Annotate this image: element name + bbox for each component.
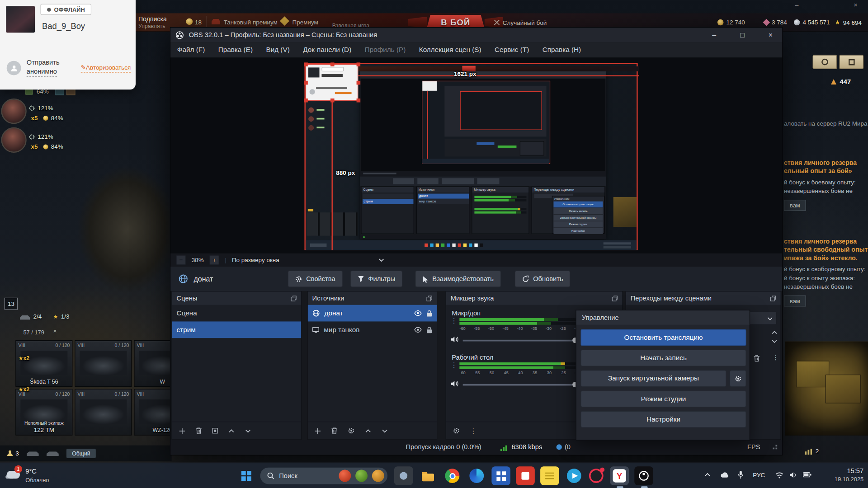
source-properties-gear-icon[interactable] bbox=[348, 427, 355, 434]
obs-maximize-button[interactable]: □ bbox=[731, 28, 754, 42]
subscription-label[interactable]: Подписка bbox=[138, 15, 167, 22]
tray-chevron-icon[interactable] bbox=[704, 473, 711, 477]
notification-item[interactable]: ствия личного резерва тельный свободный … bbox=[784, 237, 868, 306]
notification-button[interactable]: вам bbox=[784, 296, 806, 306]
weather-widget[interactable]: 1 9°C Облачно bbox=[3, 464, 75, 487]
filters-button[interactable]: Фильтры bbox=[350, 271, 402, 287]
battle-mode-label[interactable]: Случайный бой bbox=[503, 19, 547, 26]
session-stats-icon[interactable] bbox=[804, 448, 812, 455]
selection-handle[interactable] bbox=[304, 81, 308, 85]
currency-credits[interactable]: 4 545 571 bbox=[794, 19, 830, 26]
garage-panel-button-2[interactable] bbox=[839, 55, 863, 69]
move-scene-down-icon[interactable] bbox=[245, 428, 251, 433]
selection-handle[interactable] bbox=[357, 99, 361, 103]
search-highlight-icon[interactable] bbox=[339, 470, 351, 482]
duration-spin-up-icon[interactable] bbox=[771, 330, 778, 335]
yandex-browser-icon[interactable]: Y bbox=[610, 466, 629, 485]
start-button[interactable] bbox=[237, 466, 256, 485]
zoom-fit-caret-icon[interactable] bbox=[379, 258, 384, 262]
authorize-link[interactable]: ✎Авторизоваться bbox=[81, 64, 131, 72]
currency-free-xp[interactable]: ★ 94 694 bbox=[835, 19, 862, 26]
menu-docks[interactable]: Док-панели (D) bbox=[303, 46, 351, 54]
menu-edit[interactable]: Правка (E) bbox=[218, 46, 253, 54]
filter-a-count[interactable]: 2/4 bbox=[33, 313, 42, 320]
move-source-up-icon[interactable] bbox=[365, 428, 372, 433]
zoom-out-button[interactable]: − bbox=[176, 255, 186, 265]
scene-item-selected[interactable]: стрим bbox=[172, 321, 301, 338]
volume-slider[interactable] bbox=[463, 384, 576, 386]
menu-help[interactable]: Справка (H) bbox=[542, 46, 581, 54]
notification-item[interactable]: ствия личного резерва ельный опыт за бой… bbox=[784, 159, 857, 211]
remove-source-icon[interactable] bbox=[331, 427, 338, 434]
onedrive-cloud-icon[interactable] bbox=[720, 471, 730, 478]
filter-b-count[interactable]: 1/3 bbox=[61, 313, 70, 320]
battery-icon[interactable] bbox=[803, 472, 812, 478]
visibility-eye-icon[interactable] bbox=[414, 310, 422, 316]
remove-scene-icon[interactable] bbox=[195, 427, 202, 434]
selection-handle[interactable] bbox=[330, 62, 335, 66]
selection-handle[interactable] bbox=[304, 62, 308, 66]
tank-filter-icon[interactable] bbox=[27, 450, 39, 456]
interact-button[interactable]: Взаимодействовать bbox=[415, 271, 500, 287]
menu-profile[interactable]: Профиль (P) bbox=[365, 46, 406, 54]
scene-item[interactable]: Сцена bbox=[172, 305, 301, 322]
chrome-icon[interactable] bbox=[443, 466, 462, 485]
wifi-icon[interactable] bbox=[775, 471, 784, 479]
popout-icon[interactable] bbox=[770, 295, 776, 301]
transitions-kebab-icon[interactable]: ⋮ bbox=[772, 353, 779, 361]
subscription-manage-link[interactable]: Управлять bbox=[138, 23, 165, 29]
virtual-camera-gear-button[interactable] bbox=[730, 370, 746, 387]
sticky-notes-icon[interactable] bbox=[540, 466, 559, 485]
browser-dark-icon[interactable] bbox=[587, 466, 606, 485]
speaker-icon[interactable] bbox=[451, 380, 459, 387]
obs-close-button[interactable]: × bbox=[759, 28, 782, 42]
tank-card[interactable]: VIII0 / 120 ★x2 Škoda T 56 bbox=[15, 340, 72, 387]
obs-title-bar[interactable]: OBS 32.0.1 – Профиль: Без названия – Сце… bbox=[170, 28, 782, 42]
control-dock-title[interactable]: Управление bbox=[576, 310, 750, 325]
tank-filter-icon[interactable] bbox=[47, 450, 59, 456]
studio-mode-button[interactable]: Режим студии bbox=[580, 390, 746, 407]
crew-member-portrait[interactable] bbox=[1, 127, 26, 153]
obs-minimize-button[interactable]: – bbox=[703, 28, 726, 42]
add-source-icon[interactable] bbox=[315, 427, 321, 434]
search-highlight-icon[interactable] bbox=[372, 470, 384, 482]
mixer-kebab-icon[interactable]: ⋮ bbox=[470, 427, 477, 435]
keyboard-language[interactable]: РУС bbox=[753, 471, 765, 478]
file-explorer-icon[interactable] bbox=[419, 466, 438, 485]
move-scene-up-icon[interactable] bbox=[228, 428, 235, 433]
move-source-down-icon[interactable] bbox=[382, 428, 388, 433]
selection-handle[interactable] bbox=[357, 62, 361, 66]
app-icon-widgets[interactable] bbox=[394, 466, 413, 485]
properties-button[interactable]: Свойства bbox=[288, 271, 343, 287]
popout-icon[interactable] bbox=[612, 295, 618, 301]
lock-icon[interactable] bbox=[426, 326, 432, 333]
add-scene-icon[interactable] bbox=[179, 427, 186, 434]
start-virtual-camera-button[interactable]: Запуск виртуальной камеры bbox=[580, 370, 726, 387]
volume-slider[interactable] bbox=[463, 340, 576, 342]
captured-screen[interactable]: 1621 px 880 px bbox=[304, 63, 637, 250]
channel-kebab-icon[interactable]: ⋮ bbox=[451, 361, 458, 369]
obs-preview-canvas[interactable]: 1621 px 880 px bbox=[170, 57, 782, 253]
tray-clock[interactable]: 15:57 19.10.2025 bbox=[818, 467, 863, 483]
remove-transition-icon[interactable] bbox=[754, 355, 760, 362]
zoom-fit-label[interactable]: По размеру окна bbox=[232, 257, 279, 263]
tank-premium-label[interactable]: Танковый премиум bbox=[224, 19, 278, 26]
slot-number-box[interactable]: 13 bbox=[5, 298, 18, 310]
red-app-icon[interactable] bbox=[516, 466, 535, 485]
volume-icon[interactable] bbox=[789, 471, 797, 479]
tank-card[interactable]: VIII0 / 120 bbox=[75, 340, 132, 387]
tank-card[interactable]: VIII0 / 120 ★x2 Неполный экипаж 122 TM bbox=[15, 389, 72, 436]
mini-stream-widget-source[interactable] bbox=[306, 64, 358, 101]
speaker-icon[interactable] bbox=[451, 336, 459, 343]
start-recording-button[interactable]: Начать запись bbox=[580, 350, 746, 366]
selection-handle[interactable] bbox=[304, 99, 308, 103]
send-anon-line2[interactable]: анонимно bbox=[27, 67, 57, 77]
refresh-button[interactable]: Обновить bbox=[515, 271, 571, 287]
selection-handle[interactable] bbox=[357, 81, 361, 85]
edge-icon[interactable] bbox=[467, 466, 486, 485]
popout-icon[interactable] bbox=[426, 295, 432, 301]
menu-scene-collection[interactable]: Коллекция сцен (S) bbox=[419, 46, 481, 54]
visibility-eye-icon[interactable] bbox=[414, 327, 422, 333]
crew-member-portrait[interactable] bbox=[1, 99, 26, 124]
settings-button[interactable]: Настройки bbox=[580, 411, 746, 428]
